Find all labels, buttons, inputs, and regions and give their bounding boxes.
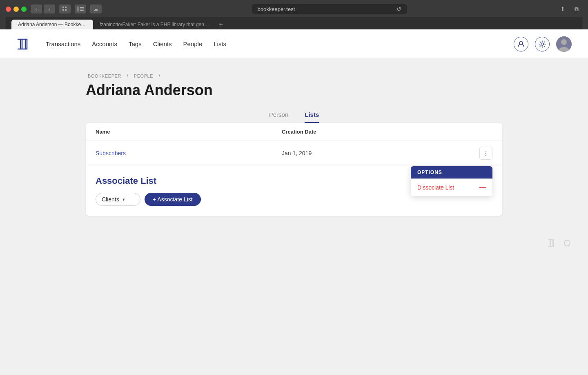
settings-icon-button[interactable]	[535, 37, 550, 51]
address-bar[interactable]: bookkeeper.test ↺	[252, 4, 407, 14]
share-icon[interactable]: ⬆︎	[557, 4, 568, 13]
dissociate-icon: —	[479, 184, 486, 191]
dropdown-selected-value: Clients	[102, 196, 119, 203]
grid-button[interactable]	[59, 4, 71, 13]
refresh-icon[interactable]: ↺	[396, 6, 401, 12]
associate-list-button[interactable]: + Associate List	[145, 193, 201, 206]
footer-omega-icon	[563, 239, 572, 250]
svg-rect-1	[65, 7, 67, 8]
user-icon-button[interactable]	[514, 37, 528, 51]
cloud-button[interactable]: ☁	[90, 4, 102, 13]
table-row: Subscribers Jan 1, 2019 ⋮ OPTIONS Dissoc…	[86, 141, 502, 166]
row-options-button[interactable]: ⋮	[479, 147, 492, 160]
dropdown-header: OPTIONS	[411, 166, 492, 179]
content-tabs: Person Lists	[86, 111, 502, 123]
svg-rect-0	[62, 7, 64, 8]
new-tab-button[interactable]: +	[216, 21, 227, 29]
user-avatar[interactable]	[556, 36, 572, 52]
col-creation-date: Creation Date	[282, 129, 468, 135]
nav-clients[interactable]: Clients	[153, 40, 172, 47]
secondary-tab[interactable]: fzaninotto/Faker: Faker is a PHP library…	[93, 20, 216, 29]
row-date-subscribers: Jan 1, 2019	[282, 150, 468, 156]
svg-rect-6	[80, 9, 84, 9]
nav-accounts[interactable]: Accounts	[92, 40, 117, 47]
list-type-dropdown[interactable]: Clients ▾	[96, 193, 140, 206]
dissociate-list-button[interactable]: Dissociate List —	[411, 179, 492, 196]
back-button[interactable]: ‹	[31, 4, 42, 13]
table-header: Name Creation Date	[86, 123, 502, 141]
svg-rect-7	[80, 10, 84, 11]
breadcrumb-people[interactable]: PEOPLE	[134, 74, 153, 78]
options-dropdown: OPTIONS Dissociate List —	[411, 166, 492, 196]
page-title: Adriana Anderson	[86, 82, 502, 99]
svg-rect-2	[62, 9, 64, 11]
main-card: Name Creation Date Subscribers Jan 1, 20…	[86, 123, 502, 216]
svg-rect-5	[80, 7, 84, 8]
traffic-light-red[interactable]	[6, 7, 11, 12]
forward-button[interactable]: ›	[44, 4, 55, 13]
active-tab[interactable]: Adriana Anderson — Bookkeeper	[11, 20, 93, 29]
tab-lists[interactable]: Lists	[305, 111, 319, 123]
nav-tags[interactable]: Tags	[129, 40, 142, 47]
svg-point-11	[561, 39, 567, 45]
url-text: bookkeeper.test	[258, 6, 295, 12]
tab-person[interactable]: Person	[269, 111, 289, 123]
top-navigation: Transactions Accounts Tags Clients Peopl…	[0, 29, 588, 59]
breadcrumb-bookkeeper[interactable]: BOOKKEEPER	[88, 74, 121, 78]
traffic-light-green[interactable]	[21, 7, 27, 12]
sidebar-button[interactable]	[75, 4, 86, 13]
chevron-down-icon: ▾	[122, 197, 125, 202]
breadcrumb: BOOKKEEPER / PEOPLE /	[86, 74, 502, 78]
logo[interactable]	[16, 38, 31, 51]
nav-lists[interactable]: Lists	[214, 40, 226, 47]
traffic-light-yellow[interactable]	[13, 7, 19, 12]
svg-rect-3	[65, 9, 67, 11]
col-name: Name	[96, 129, 282, 135]
nav-people[interactable]: People	[183, 40, 203, 47]
svg-rect-4	[77, 7, 79, 11]
footer-book-icon	[547, 239, 556, 250]
svg-point-9	[541, 43, 543, 45]
col-actions	[468, 129, 492, 135]
row-name-subscribers[interactable]: Subscribers	[96, 150, 282, 156]
page-footer	[0, 230, 588, 258]
nav-links: Transactions Accounts Tags Clients Peopl…	[46, 40, 226, 47]
nav-transactions[interactable]: Transactions	[46, 40, 80, 47]
tab-manager-icon[interactable]: ⧉	[571, 4, 582, 13]
dissociate-list-label: Dissociate List	[417, 184, 454, 191]
